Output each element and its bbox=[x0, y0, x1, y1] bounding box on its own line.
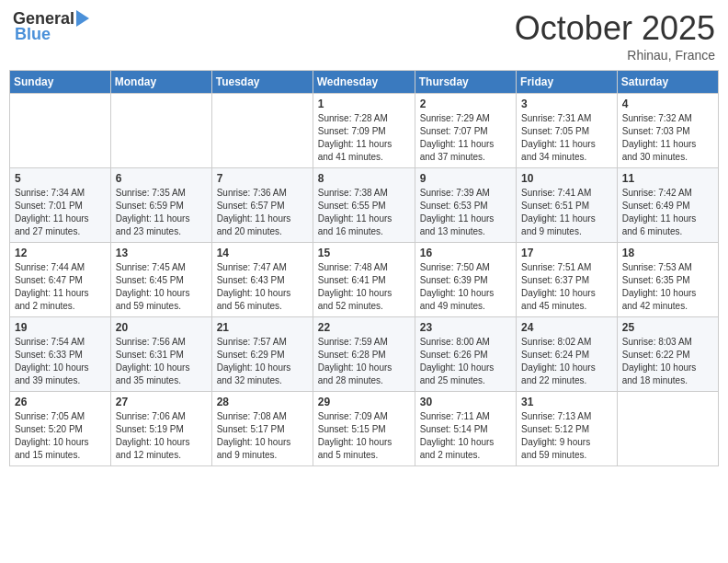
day-info: Sunrise: 7:38 AMSunset: 6:55 PMDaylight:… bbox=[318, 187, 410, 238]
calendar-cell bbox=[110, 94, 211, 168]
day-info: Sunrise: 7:35 AMSunset: 6:59 PMDaylight:… bbox=[116, 187, 207, 238]
day-info: Sunrise: 7:13 AMSunset: 5:12 PMDaylight:… bbox=[521, 410, 612, 462]
calendar-cell bbox=[617, 392, 718, 466]
day-number: 16 bbox=[420, 247, 511, 259]
calendar-cell: 13Sunrise: 7:45 AMSunset: 6:45 PMDayligh… bbox=[110, 243, 211, 317]
day-info: Sunrise: 7:56 AMSunset: 6:31 PMDaylight:… bbox=[116, 336, 207, 387]
calendar-cell: 1Sunrise: 7:28 AMSunset: 7:09 PMDaylight… bbox=[313, 94, 415, 168]
day-number: 28 bbox=[217, 396, 308, 408]
calendar-cell: 3Sunrise: 7:31 AMSunset: 7:05 PMDaylight… bbox=[517, 94, 618, 168]
calendar-cell: 18Sunrise: 7:53 AMSunset: 6:35 PMDayligh… bbox=[617, 243, 718, 317]
calendar-cell: 28Sunrise: 7:08 AMSunset: 5:17 PMDayligh… bbox=[211, 392, 313, 466]
day-number: 23 bbox=[420, 321, 511, 334]
calendar-cell: 9Sunrise: 7:39 AMSunset: 6:53 PMDaylight… bbox=[415, 168, 516, 243]
calendar-cell: 6Sunrise: 7:35 AMSunset: 6:59 PMDaylight… bbox=[110, 168, 211, 243]
weekday-header-thursday: Thursday bbox=[415, 71, 516, 94]
day-number: 19 bbox=[15, 321, 106, 334]
day-number: 15 bbox=[318, 247, 410, 259]
page-header: General Blue October 2025 Rhinau, France bbox=[9, 9, 719, 63]
calendar-cell: 22Sunrise: 7:59 AMSunset: 6:28 PMDayligh… bbox=[313, 317, 415, 392]
week-row-2: 5Sunrise: 7:34 AMSunset: 7:01 PMDaylight… bbox=[10, 168, 719, 243]
day-number: 9 bbox=[420, 172, 511, 185]
weekday-header-tuesday: Tuesday bbox=[211, 71, 313, 94]
calendar-cell: 5Sunrise: 7:34 AMSunset: 7:01 PMDaylight… bbox=[10, 168, 111, 243]
calendar-table: SundayMondayTuesdayWednesdayThursdayFrid… bbox=[9, 70, 719, 466]
day-number: 5 bbox=[15, 172, 106, 185]
day-number: 20 bbox=[116, 321, 207, 334]
calendar-cell: 2Sunrise: 7:29 AMSunset: 7:07 PMDaylight… bbox=[415, 94, 516, 168]
calendar-cell: 17Sunrise: 7:51 AMSunset: 6:37 PMDayligh… bbox=[517, 243, 618, 317]
day-info: Sunrise: 7:42 AMSunset: 6:49 PMDaylight:… bbox=[622, 187, 713, 238]
day-number: 29 bbox=[318, 396, 410, 408]
calendar-cell: 20Sunrise: 7:56 AMSunset: 6:31 PMDayligh… bbox=[110, 317, 211, 392]
day-number: 30 bbox=[420, 396, 511, 408]
day-number: 10 bbox=[521, 172, 612, 185]
calendar-cell: 4Sunrise: 7:32 AMSunset: 7:03 PMDaylight… bbox=[617, 94, 718, 168]
day-info: Sunrise: 8:00 AMSunset: 6:26 PMDaylight:… bbox=[420, 336, 511, 387]
day-number: 13 bbox=[116, 247, 207, 259]
weekday-header-saturday: Saturday bbox=[617, 71, 718, 94]
calendar-cell: 16Sunrise: 7:50 AMSunset: 6:39 PMDayligh… bbox=[415, 243, 516, 317]
week-row-3: 12Sunrise: 7:44 AMSunset: 6:47 PMDayligh… bbox=[10, 243, 719, 317]
calendar-cell: 23Sunrise: 8:00 AMSunset: 6:26 PMDayligh… bbox=[415, 317, 516, 392]
calendar-cell bbox=[211, 94, 313, 168]
week-row-1: 1Sunrise: 7:28 AMSunset: 7:09 PMDaylight… bbox=[10, 94, 719, 168]
day-number: 18 bbox=[622, 247, 713, 259]
day-info: Sunrise: 7:54 AMSunset: 6:33 PMDaylight:… bbox=[15, 336, 106, 387]
day-number: 31 bbox=[521, 396, 612, 408]
calendar-cell: 15Sunrise: 7:48 AMSunset: 6:41 PMDayligh… bbox=[313, 243, 415, 317]
day-info: Sunrise: 7:59 AMSunset: 6:28 PMDaylight:… bbox=[318, 336, 410, 387]
calendar-cell: 8Sunrise: 7:38 AMSunset: 6:55 PMDaylight… bbox=[313, 168, 415, 243]
title-section: October 2025 Rhinau, France bbox=[515, 9, 715, 63]
day-info: Sunrise: 7:45 AMSunset: 6:45 PMDaylight:… bbox=[116, 261, 207, 313]
day-info: Sunrise: 7:29 AMSunset: 7:07 PMDaylight:… bbox=[420, 112, 511, 164]
day-info: Sunrise: 7:05 AMSunset: 5:20 PMDaylight:… bbox=[15, 410, 106, 462]
week-row-5: 26Sunrise: 7:05 AMSunset: 5:20 PMDayligh… bbox=[10, 392, 719, 466]
calendar-cell: 19Sunrise: 7:54 AMSunset: 6:33 PMDayligh… bbox=[10, 317, 111, 392]
day-info: Sunrise: 7:36 AMSunset: 6:57 PMDaylight:… bbox=[217, 187, 308, 238]
weekday-header-friday: Friday bbox=[517, 71, 618, 94]
day-info: Sunrise: 7:50 AMSunset: 6:39 PMDaylight:… bbox=[420, 261, 511, 313]
calendar-cell: 7Sunrise: 7:36 AMSunset: 6:57 PMDaylight… bbox=[211, 168, 313, 243]
logo: General Blue bbox=[13, 9, 89, 44]
day-info: Sunrise: 7:48 AMSunset: 6:41 PMDaylight:… bbox=[318, 261, 410, 313]
day-number: 1 bbox=[318, 98, 410, 110]
day-number: 6 bbox=[116, 172, 207, 185]
logo-arrow-icon bbox=[76, 10, 89, 27]
calendar-cell bbox=[10, 94, 111, 168]
day-info: Sunrise: 7:41 AMSunset: 6:51 PMDaylight:… bbox=[521, 187, 612, 238]
day-info: Sunrise: 7:32 AMSunset: 7:03 PMDaylight:… bbox=[622, 112, 713, 164]
week-row-4: 19Sunrise: 7:54 AMSunset: 6:33 PMDayligh… bbox=[10, 317, 719, 392]
day-info: Sunrise: 7:08 AMSunset: 5:17 PMDaylight:… bbox=[217, 410, 308, 462]
calendar-cell: 24Sunrise: 8:02 AMSunset: 6:24 PMDayligh… bbox=[517, 317, 618, 392]
day-info: Sunrise: 7:51 AMSunset: 6:37 PMDaylight:… bbox=[521, 261, 612, 313]
calendar-cell: 25Sunrise: 8:03 AMSunset: 6:22 PMDayligh… bbox=[617, 317, 718, 392]
day-number: 8 bbox=[318, 172, 410, 185]
calendar-cell: 12Sunrise: 7:44 AMSunset: 6:47 PMDayligh… bbox=[10, 243, 111, 317]
day-number: 4 bbox=[622, 98, 713, 110]
month-title: October 2025 bbox=[515, 9, 715, 48]
day-number: 17 bbox=[521, 247, 612, 259]
day-info: Sunrise: 8:03 AMSunset: 6:22 PMDaylight:… bbox=[622, 336, 713, 387]
day-number: 25 bbox=[622, 321, 713, 334]
day-info: Sunrise: 7:44 AMSunset: 6:47 PMDaylight:… bbox=[15, 261, 106, 313]
day-number: 14 bbox=[217, 247, 308, 259]
weekday-header-sunday: Sunday bbox=[10, 71, 111, 94]
calendar-cell: 11Sunrise: 7:42 AMSunset: 6:49 PMDayligh… bbox=[617, 168, 718, 243]
day-number: 21 bbox=[217, 321, 308, 334]
day-info: Sunrise: 7:11 AMSunset: 5:14 PMDaylight:… bbox=[420, 410, 511, 462]
day-info: Sunrise: 7:39 AMSunset: 6:53 PMDaylight:… bbox=[420, 187, 511, 238]
day-number: 2 bbox=[420, 98, 511, 110]
day-number: 7 bbox=[217, 172, 308, 185]
day-info: Sunrise: 7:06 AMSunset: 5:19 PMDaylight:… bbox=[116, 410, 207, 462]
calendar-cell: 10Sunrise: 7:41 AMSunset: 6:51 PMDayligh… bbox=[517, 168, 618, 243]
day-number: 11 bbox=[622, 172, 713, 185]
weekday-header-wednesday: Wednesday bbox=[313, 71, 415, 94]
day-info: Sunrise: 7:28 AMSunset: 7:09 PMDaylight:… bbox=[318, 112, 410, 164]
day-info: Sunrise: 7:47 AMSunset: 6:43 PMDaylight:… bbox=[217, 261, 308, 313]
calendar-cell: 30Sunrise: 7:11 AMSunset: 5:14 PMDayligh… bbox=[415, 392, 516, 466]
day-info: Sunrise: 8:02 AMSunset: 6:24 PMDaylight:… bbox=[521, 336, 612, 387]
day-number: 12 bbox=[15, 247, 106, 259]
weekday-header-monday: Monday bbox=[110, 71, 211, 94]
calendar-cell: 26Sunrise: 7:05 AMSunset: 5:20 PMDayligh… bbox=[10, 392, 111, 466]
